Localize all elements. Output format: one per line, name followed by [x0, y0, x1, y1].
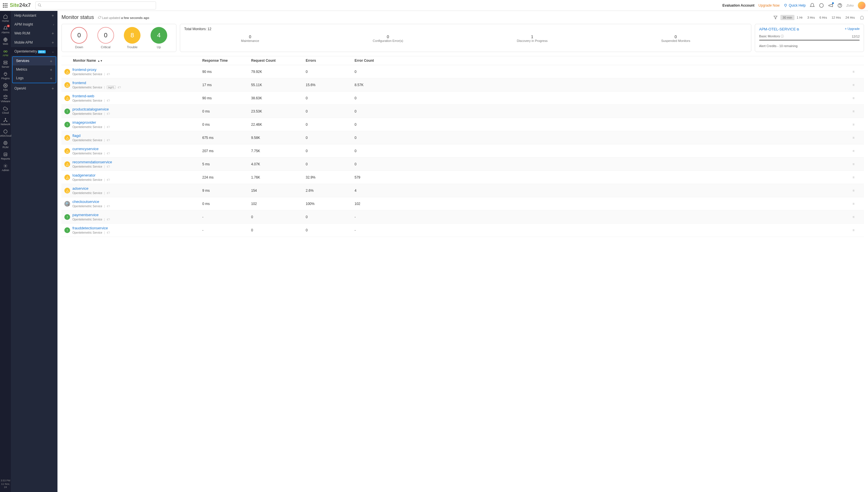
plus-icon[interactable]: + — [52, 86, 54, 91]
plus-icon[interactable]: + — [52, 13, 54, 18]
upgrade-link-card[interactable]: + Upgrade — [845, 27, 860, 30]
monitor-link[interactable]: flagd — [72, 133, 110, 138]
monitor-link[interactable]: loadgenerator — [72, 173, 110, 177]
tag-icon[interactable]: 🏷 — [107, 178, 110, 181]
filter-icon[interactable] — [773, 16, 777, 20]
monitor-link[interactable]: frontend — [72, 81, 121, 85]
refresh-icon[interactable] — [98, 16, 101, 19]
apps-grid-icon[interactable] — [2, 3, 8, 8]
row-menu-icon[interactable]: ≡ — [852, 123, 861, 127]
monitor-link[interactable]: productcatalogservice — [72, 107, 110, 112]
sidebar-sub-metrics[interactable]: Metrics+ — [13, 66, 56, 74]
pin-icon[interactable] — [860, 16, 864, 20]
rail-reports[interactable]: Reports — [0, 150, 11, 162]
rail-network[interactable]: Network — [0, 116, 11, 127]
monitor-link[interactable]: frontend-proxy — [72, 68, 110, 72]
row-menu-icon[interactable]: ≡ — [852, 70, 861, 74]
col-errors[interactable]: Errors — [306, 58, 355, 63]
sidebar-item-opentelemetry[interactable]: Opentelemetry NEW⌄ — [11, 47, 57, 56]
row-menu-icon[interactable]: ≡ — [852, 149, 861, 153]
avatar[interactable] — [858, 1, 866, 9]
status-up[interactable]: 4Up — [150, 27, 167, 49]
rail-rum[interactable]: RUM — [0, 139, 11, 150]
sidebar-item-mobile-apm[interactable]: Mobile APM+ — [11, 38, 57, 47]
monitor-link[interactable]: frauddetectionservice — [72, 226, 110, 230]
plus-icon[interactable]: + — [50, 68, 52, 72]
col-request-count[interactable]: Request Count — [251, 58, 306, 63]
plus-icon[interactable]: + — [50, 76, 52, 81]
quick-help-link[interactable]: Quick Help — [783, 3, 806, 7]
rail-server[interactable]: Server — [0, 58, 11, 70]
sidebar-item-openai[interactable]: OpenAI+ — [11, 84, 57, 93]
rail-k8s[interactable]: K8s — [0, 81, 11, 93]
tag-icon[interactable]: 🏷 — [107, 152, 110, 155]
announcement-icon[interactable] — [828, 3, 833, 8]
row-menu-icon[interactable]: ≡ — [852, 136, 861, 140]
plus-icon[interactable]: + — [52, 40, 54, 45]
monitor-link[interactable]: recommendationservice — [72, 160, 112, 164]
tag-chip[interactable]: tag#1 — [107, 85, 116, 89]
row-menu-icon[interactable]: ≡ — [852, 109, 861, 114]
rail-admin[interactable]: Admin — [0, 162, 11, 173]
row-menu-icon[interactable]: ≡ — [852, 228, 861, 232]
tag-icon[interactable]: 🏷 — [107, 99, 110, 102]
rail-cloud[interactable]: Cloud — [0, 104, 11, 116]
rail-home[interactable]: Home — [0, 13, 11, 24]
plus-icon[interactable]: + — [52, 31, 54, 35]
tag-icon[interactable]: 🏷 — [107, 138, 110, 142]
sidebar-sub-services[interactable]: Services+ — [13, 57, 56, 66]
tag-icon[interactable]: 🏷 — [107, 191, 110, 195]
row-menu-icon[interactable]: ≡ — [852, 96, 861, 100]
tag-icon[interactable]: 🏷 — [118, 85, 121, 89]
monitor-link[interactable]: checkoutservice — [72, 199, 110, 204]
row-menu-icon[interactable]: ≡ — [852, 215, 861, 219]
search-input[interactable] — [36, 1, 156, 9]
status-down[interactable]: 0Down — [71, 27, 87, 49]
apm-service-link[interactable]: APM-OTEL-SERVICE ⧉ — [759, 27, 799, 31]
monitor-link[interactable]: imageprovider — [72, 120, 110, 125]
time-range-30min[interactable]: 30 min — [780, 15, 794, 20]
monitor-link[interactable]: currencyservice — [72, 147, 110, 151]
col-error-count[interactable]: Error Count — [355, 58, 852, 63]
rail-alarms[interactable]: Alarms8 — [0, 24, 11, 35]
rail-vmware[interactable]: VMware — [0, 93, 11, 104]
time-range-6Hrs[interactable]: 6 Hrs — [817, 15, 829, 20]
upgrade-link[interactable]: Upgrade Now — [758, 3, 779, 7]
tag-icon[interactable]: 🏷 — [107, 231, 110, 234]
logo[interactable]: Site24x7 — [10, 2, 31, 8]
time-range-1Hr[interactable]: 1 Hr — [794, 15, 805, 20]
col-monitor-name[interactable]: Monitor Name ▲▼ — [64, 58, 202, 63]
rail-velocloud[interactable]: VeloCloud — [0, 127, 11, 139]
rail-plugins[interactable]: Plugins — [0, 70, 11, 81]
row-menu-icon[interactable]: ≡ — [852, 202, 861, 206]
monitor-link[interactable]: paymentservice — [72, 213, 110, 217]
sidebar-sub-logs[interactable]: Logs+ — [13, 74, 56, 83]
status-critical[interactable]: 0Critical — [97, 27, 114, 49]
tag-icon[interactable]: 🏷 — [107, 72, 110, 76]
rail-apm[interactable]: APM — [0, 47, 11, 58]
shield-icon[interactable] — [819, 3, 824, 8]
sidebar-item-web-rum[interactable]: Web RUM+ — [11, 29, 57, 38]
tag-icon[interactable]: 🏷 — [107, 204, 110, 208]
row-menu-icon[interactable]: ≡ — [852, 83, 861, 87]
help-icon[interactable] — [837, 3, 842, 8]
monitor-link[interactable]: adservice — [72, 186, 110, 191]
sidebar-item-help-assistant[interactable]: Help Assistant+ — [11, 11, 57, 20]
time-range-3Hrs[interactable]: 3 Hrs — [805, 15, 817, 20]
time-range-12Hrs[interactable]: 12 Hrs — [829, 15, 843, 20]
row-menu-icon[interactable]: ≡ — [852, 175, 861, 179]
info-icon[interactable]: ⓘ — [781, 34, 784, 38]
bell-icon[interactable] — [810, 3, 815, 8]
plus-icon[interactable]: + — [50, 59, 52, 64]
tag-icon[interactable]: 🏷 — [107, 125, 110, 129]
row-menu-icon[interactable]: ≡ — [852, 162, 861, 166]
tag-icon[interactable]: 🏷 — [107, 218, 110, 221]
col-response-time[interactable]: Response Time — [202, 58, 251, 63]
sidebar-item-apm-insight[interactable]: APM Insight› — [11, 20, 57, 29]
time-range-24Hrs[interactable]: 24 Hrs — [843, 15, 857, 20]
monitor-link[interactable]: frontend-web — [72, 94, 110, 98]
tag-icon[interactable]: 🏷 — [107, 112, 110, 115]
row-menu-icon[interactable]: ≡ — [852, 189, 861, 193]
tag-icon[interactable]: 🏷 — [107, 165, 110, 168]
status-trouble[interactable]: 8Trouble — [124, 27, 141, 49]
